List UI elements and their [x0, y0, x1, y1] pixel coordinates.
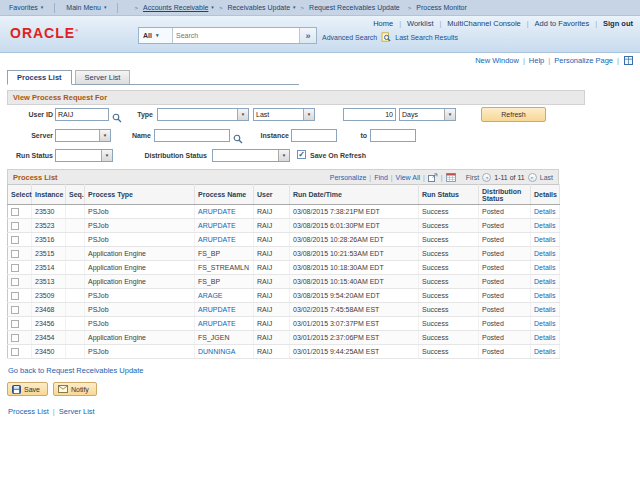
column-header-run-status: Run Status [419, 185, 479, 205]
grid-link-find[interactable]: Find [374, 174, 388, 181]
search-input[interactable] [173, 28, 299, 43]
footer-link-server-list[interactable]: Server List [59, 407, 95, 416]
process-name-link[interactable]: ARAGE [198, 292, 223, 299]
cell-instance: 23523 [32, 219, 66, 233]
divider: | [441, 174, 443, 181]
nav-link-worklist[interactable]: Worklist [407, 19, 434, 28]
save-button[interactable]: Save [7, 382, 48, 396]
process-name-link[interactable]: ARUPDATE [198, 222, 236, 229]
name-input[interactable] [154, 129, 230, 142]
advanced-search-link[interactable]: Advanced Search [322, 34, 377, 41]
details-link[interactable]: Details [534, 264, 555, 271]
previous-page-icon[interactable]: ◄ [482, 173, 491, 182]
tab-process-list[interactable]: Process List [7, 70, 72, 85]
server-dropdown[interactable]: ▼ [55, 129, 111, 142]
user-id-input[interactable] [55, 108, 109, 121]
grid-link-personalize[interactable]: Personalize [330, 174, 367, 181]
pagination-first[interactable]: First [466, 174, 480, 181]
notify-button[interactable]: Notify [53, 382, 97, 396]
cell-process-name: FS_BP [195, 247, 254, 261]
search-submit-button[interactable]: » [299, 28, 316, 43]
distribution-status-dropdown[interactable]: ▼ [212, 149, 290, 162]
breadcrumb-item-accounts-receivable[interactable]: Accounts Receivable [143, 4, 208, 11]
details-link[interactable]: Details [534, 278, 555, 285]
details-link[interactable]: Details [534, 320, 555, 327]
process-name-text: FS_BP [198, 278, 220, 285]
row-checkbox[interactable] [11, 334, 19, 342]
details-link[interactable]: Details [534, 236, 555, 243]
nav-link-add-to-favorites[interactable]: Add to Favorites [535, 19, 590, 28]
instance-input[interactable] [291, 129, 337, 142]
cell-instance: 23450 [32, 345, 66, 359]
table-row: 23516PSJobARUPDATERAIJ03/08/2015 10:28:2… [8, 233, 560, 247]
cell-process-name: DUNNINGA [195, 345, 254, 359]
row-checkbox[interactable] [11, 250, 19, 258]
nav-link-sign-out[interactable]: Sign out [603, 19, 633, 28]
row-checkbox[interactable] [11, 222, 19, 230]
row-checkbox[interactable] [11, 236, 19, 244]
breadcrumb: Favorites▾Main Menu▾>Accounts Receivable… [0, 0, 640, 16]
last-search-results-link[interactable]: Last Search Results [395, 34, 458, 41]
last-count-input[interactable] [343, 108, 396, 121]
cell-run-status: Success [419, 317, 479, 331]
breadcrumb-item-process-monitor[interactable]: Process Monitor [416, 4, 467, 11]
user-id-lookup-icon[interactable] [112, 109, 122, 127]
cell-run-status: Success [419, 331, 479, 345]
row-checkbox[interactable] [11, 264, 19, 272]
process-name-link[interactable]: ARUPDATE [198, 236, 236, 243]
refresh-button[interactable]: Refresh [481, 107, 546, 122]
last-dropdown[interactable]: Last ▼ [253, 108, 315, 121]
name-lookup-icon[interactable] [233, 130, 243, 148]
cell-instance: 23509 [32, 289, 66, 303]
tab-server-list[interactable]: Server List [75, 70, 131, 84]
footer-link-process-list[interactable]: Process List [8, 407, 49, 416]
details-link[interactable]: Details [534, 306, 555, 313]
search-scope-dropdown[interactable]: All ▾ [139, 28, 173, 43]
process-name-link[interactable]: ARUPDATE [198, 306, 236, 313]
go-back-link[interactable]: Go back to Request Receivables Update [8, 366, 144, 375]
cell-run-status: Success [419, 345, 479, 359]
column-header-instance: Instance [32, 185, 66, 205]
unit-dropdown[interactable]: Days ▼ [399, 108, 456, 121]
row-checkbox[interactable] [11, 208, 19, 216]
row-checkbox[interactable] [11, 348, 19, 356]
nav-link-multichannel-console[interactable]: MultiChannel Console [447, 19, 520, 28]
breadcrumb-item-request-receivables-update[interactable]: Request Receivables Update [309, 4, 400, 11]
process-name-link[interactable]: DUNNINGA [198, 348, 235, 355]
download-to-excel-icon[interactable] [446, 173, 456, 182]
page-link-help[interactable]: Help [529, 56, 544, 65]
nav-link-home[interactable]: Home [373, 19, 393, 28]
instance-to-input[interactable] [370, 129, 416, 142]
details-link[interactable]: Details [534, 250, 555, 257]
next-page-icon[interactable]: ► [528, 173, 537, 182]
cell-seq [66, 205, 85, 219]
breadcrumb-menu-favorites[interactable]: Favorites▾ [9, 4, 43, 11]
cell-distribution-status: Posted [479, 317, 531, 331]
breadcrumb-menu-main-menu[interactable]: Main Menu▾ [66, 4, 106, 11]
details-link[interactable]: Details [534, 222, 555, 229]
details-link[interactable]: Details [534, 334, 555, 341]
cell-run-status: Success [419, 233, 479, 247]
type-dropdown[interactable]: ▼ [157, 108, 249, 121]
details-link[interactable]: Details [534, 348, 555, 355]
row-checkbox[interactable] [11, 320, 19, 328]
personalize-grid-icon[interactable] [624, 56, 633, 65]
row-checkbox[interactable] [11, 306, 19, 314]
breadcrumb-item-receivables-update[interactable]: Receivables Update [227, 4, 290, 11]
bottom-links: Process List|Server List [8, 407, 640, 416]
details-link[interactable]: Details [534, 292, 555, 299]
global-search: All ▾ » [138, 27, 317, 44]
process-name-link[interactable]: ARUPDATE [198, 208, 236, 215]
pagination-last[interactable]: Last [540, 174, 553, 181]
row-checkbox[interactable] [11, 278, 19, 286]
table-row: 23530PSJobARUPDATERAIJ03/08/2015 7:38:21… [8, 205, 560, 219]
details-link[interactable]: Details [534, 208, 555, 215]
save-on-refresh-checkbox[interactable]: ✓ [297, 150, 306, 159]
run-status-dropdown[interactable]: ▼ [55, 149, 113, 162]
page-link-personalize-page[interactable]: Personalize Page [554, 56, 613, 65]
grid-link-view-all[interactable]: View All [396, 174, 420, 181]
row-checkbox[interactable] [11, 292, 19, 300]
popup-window-icon[interactable] [428, 173, 438, 182]
page-link-new-window[interactable]: New Window [475, 56, 519, 65]
process-name-link[interactable]: ARUPDATE [198, 320, 236, 327]
